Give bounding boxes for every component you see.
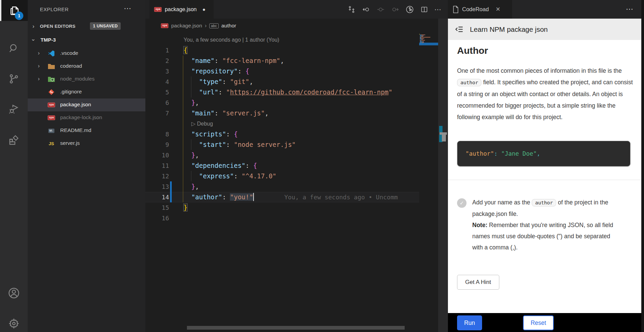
line-number: 14 [145, 192, 169, 202]
line-text: "url": "https://github.com/coderoad/fcc-… [184, 87, 392, 97]
window-edge [641, 0, 644, 332]
code-line-15[interactable]: 15} [145, 202, 419, 213]
tab-package-json[interactable]: npm package.json ● [149, 0, 214, 19]
line-number: 2 [145, 56, 169, 66]
panel-more-actions-icon[interactable]: ⋯ [626, 5, 634, 14]
step-back-icon[interactable] [362, 5, 371, 14]
line-number: 1 [145, 45, 169, 56]
line-number: 15 [145, 202, 169, 213]
indent-guide [191, 76, 191, 97]
settings-gear-icon[interactable] [0, 313, 28, 332]
collapse-menu-icon[interactable] [455, 25, 464, 34]
breadcrumb-symbol[interactable]: author [221, 23, 236, 29]
line-number: 12 [145, 171, 169, 181]
activity-bar: 1 [0, 0, 28, 332]
minimap-current-line [419, 43, 438, 45]
file-tree: ›.vscode›coderoad›node_modules.gitignore… [28, 47, 145, 150]
codelens[interactable]: ▷ Debug [145, 118, 419, 129]
file-name: node_modules [60, 76, 95, 82]
close-icon[interactable]: ✕ [496, 6, 500, 13]
explorer-icon[interactable]: 1 [0, 0, 28, 21]
run-timeline-icon[interactable] [405, 5, 414, 14]
search-icon[interactable] [0, 38, 28, 59]
tab-coderoad[interactable]: CodeRoad ✕ [448, 0, 512, 19]
file-row--gitignore[interactable]: .gitignore [28, 86, 145, 98]
step-forward-icon[interactable] [391, 5, 400, 14]
overview-marker [442, 135, 446, 141]
file-row-package-json[interactable]: npmpackage.json [28, 98, 145, 111]
codelens[interactable]: You, a few seconds ago | 1 author (You) [145, 35, 419, 45]
more-actions-icon[interactable]: ⋯ [434, 5, 442, 14]
code-editor[interactable]: You, a few seconds ago | 1 author (You)1… [145, 35, 438, 223]
line-number: 4 [145, 76, 169, 87]
chevron-right-icon: › [38, 76, 40, 82]
code-line-5[interactable]: 5 "url": "https://github.com/coderoad/fc… [145, 87, 419, 97]
file-row--vscode[interactable]: ›.vscode [28, 47, 145, 60]
file-row-coderoad[interactable]: ›coderoad [28, 60, 145, 73]
inline-code-chip: author [532, 199, 556, 206]
line-text: "main": "server.js", [184, 108, 269, 118]
modified-line-indicator [170, 181, 172, 192]
horizontal-scrollbar[interactable] [187, 326, 405, 330]
example-code-block: "author": "Jane Doe", [457, 141, 630, 167]
coderoad-action-bar: Run Reset [448, 313, 644, 332]
indent-guide [191, 139, 191, 150]
editor-actions: ⋯ [347, 0, 442, 19]
split-editor-icon[interactable] [420, 5, 429, 14]
file-row-README-md[interactable]: M↓README.md [28, 124, 145, 137]
extensions-icon[interactable] [0, 129, 28, 150]
md-file-icon: M↓ [47, 127, 55, 135]
code-line-10[interactable]: 10 }, [145, 150, 419, 160]
codelens-text[interactable]: ▷ Debug [191, 118, 213, 129]
file-row-node-modules[interactable]: ›node_modules [28, 73, 145, 86]
dirty-indicator-icon[interactable]: ● [202, 6, 206, 12]
file-name: package-lock.json [60, 114, 102, 120]
run-and-debug-icon[interactable] [0, 99, 28, 120]
code-line-3[interactable]: 3 "repository": { [145, 66, 419, 76]
open-editors-section[interactable]: › OPEN EDITORS 1 UNSAVED [28, 21, 145, 33]
line-number: 6 [145, 97, 169, 108]
file-row-package-lock-json[interactable]: npmpackage-lock.json [28, 111, 145, 124]
code-line-2[interactable]: 2 "name": "fcc-learn-npm", [145, 56, 419, 66]
run-button[interactable]: Run [457, 315, 482, 330]
breadcrumb[interactable]: npm package.json › abc author [145, 19, 448, 33]
code-line-6[interactable]: 6 }, [145, 97, 419, 108]
inline-blame: You, a few seconds ago • Uncomm [284, 194, 398, 201]
code-line-8[interactable]: 8 "scripts": { [145, 129, 419, 139]
sidebar-more-actions-icon[interactable]: ⋯ [124, 4, 132, 13]
line-number: 7 [145, 108, 169, 118]
code-line-9[interactable]: 9 "start": "node server.js" [145, 139, 419, 150]
line-text: "author": "you!"You, a few seconds ago •… [184, 192, 398, 202]
breadcrumb-file[interactable]: package.json [171, 23, 202, 29]
code-line-7[interactable]: 7 "main": "server.js", [145, 108, 419, 118]
breakpoint-icon[interactable] [376, 5, 385, 14]
reset-button[interactable]: Reset [523, 315, 554, 330]
account-icon[interactable] [0, 283, 28, 304]
editor-scrollbar[interactable] [438, 19, 448, 332]
code-line-4[interactable]: 4 "type": "git", [145, 76, 419, 87]
get-hint-button[interactable]: Get A Hint [457, 275, 499, 290]
file-row-server-js[interactable]: JSserver.js [28, 137, 145, 150]
code-line-13[interactable]: 13 }, [145, 181, 419, 192]
text-cursor [253, 193, 254, 201]
code-line-11[interactable]: 11 "dependencies": { [145, 160, 419, 171]
chevron-right-icon: › [38, 63, 40, 69]
explorer-sidebar: EXPLORER ⋯ › OPEN EDITORS 1 UNSAVED › TM… [28, 0, 145, 332]
workspace-root-row[interactable]: › TMP-3 [28, 34, 145, 47]
line-text: "start": "node server.js" [184, 139, 296, 150]
line-number: 3 [145, 66, 169, 76]
code-line-1[interactable]: 1{ [145, 45, 419, 56]
workspace-root-label: TMP-3 [41, 37, 56, 43]
line-number: 16 [145, 213, 169, 223]
file-name: coderoad [60, 63, 82, 69]
line-number: 8 [145, 129, 169, 139]
code-line-16[interactable]: 16 [145, 213, 419, 223]
codelens-text[interactable]: You, a few seconds ago | 1 author (You) [184, 35, 279, 45]
line-number: 13 [145, 181, 169, 192]
line-number: 9 [145, 139, 169, 150]
code-line-14[interactable]: 14 "author": "you!"You, a few seconds ag… [145, 192, 419, 202]
source-control-icon[interactable] [0, 68, 28, 89]
line-text: } [184, 202, 187, 213]
compare-changes-icon[interactable] [347, 5, 356, 14]
code-line-12[interactable]: 12 "express": "^4.17.0" [145, 171, 419, 181]
